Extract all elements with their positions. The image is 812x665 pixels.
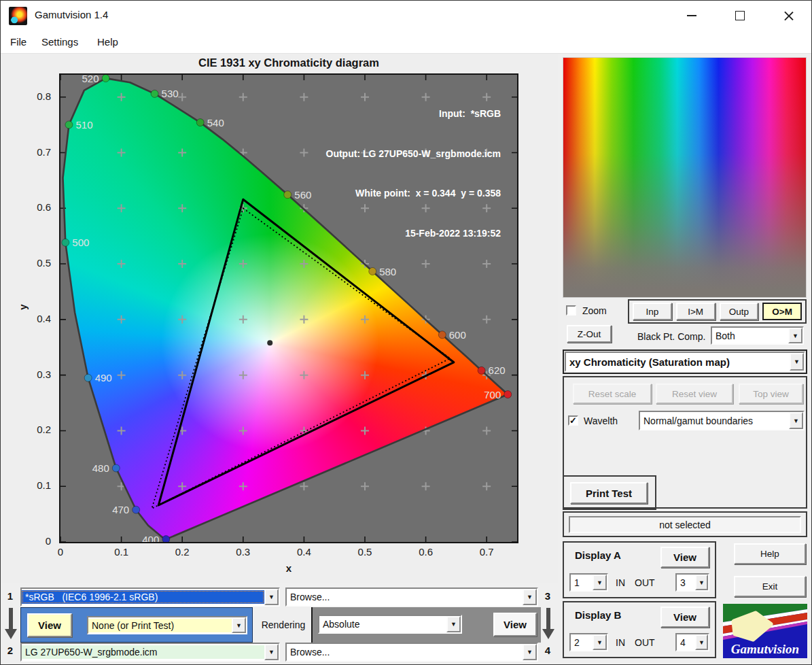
rendering-label: Rendering: [257, 619, 310, 630]
dropdown-arrow-icon[interactable]: ▼: [523, 589, 537, 605]
menu-file[interactable]: File: [7, 35, 29, 49]
minimize-button[interactable]: [680, 6, 703, 25]
exit-button[interactable]: Exit: [734, 576, 806, 597]
view-mode-frame: xy Chromaticity (Saturation map) ▼: [563, 349, 807, 374]
display-b-in-value: 2: [571, 636, 593, 649]
menubar: File Settings Help: [1, 31, 811, 54]
outp-button[interactable]: Outp: [720, 303, 759, 320]
browse-top-select[interactable]: Browse... ▼: [285, 587, 538, 607]
view-output-button[interactable]: View: [493, 613, 537, 636]
dropdown-arrow-icon[interactable]: ▼: [264, 589, 279, 605]
print-test-select-value: None (or Print Test): [88, 619, 232, 632]
dropdown-arrow-icon[interactable]: ▼: [695, 634, 708, 650]
display-a-in-select[interactable]: 1 ▼: [569, 573, 608, 592]
zoom-checkbox-label: Zoom: [582, 305, 607, 316]
o-to-m-button[interactable]: O>M: [762, 303, 802, 320]
rendering-intent-select[interactable]: Absolute ▼: [318, 615, 462, 634]
display-a-title: Display A: [575, 549, 621, 561]
down-arrow-icon: [5, 608, 17, 639]
menu-settings[interactable]: Settings: [39, 35, 81, 49]
maximize-button[interactable]: [728, 6, 752, 25]
dropdown-arrow-icon[interactable]: ▼: [790, 353, 804, 371]
svg-text:490: 490: [95, 372, 112, 383]
display-a-group: Display A View 1 ▼ IN OUT 3 ▼: [563, 541, 716, 598]
output-profile-select[interactable]: LG 27UP650-W_srgbmode.icm ▼: [20, 643, 280, 662]
browse-bottom-value: Browse...: [287, 645, 523, 659]
wavelth-checkbox-label: Wavelth: [584, 415, 618, 426]
y-tick-label: 0: [6, 535, 51, 547]
view-mode-value: xy Chromaticity (Saturation map): [566, 355, 790, 369]
browse-bottom-select[interactable]: Browse... ▼: [285, 643, 538, 662]
saturation-map-image: [563, 57, 807, 298]
display-b-title: Display B: [575, 609, 621, 621]
titlebar: Gamutvision 1.4: [1, 1, 811, 31]
dropdown-arrow-icon[interactable]: ▼: [523, 644, 537, 660]
display-b-in-label: IN: [616, 637, 625, 648]
dropdown-arrow-icon[interactable]: ▼: [593, 575, 607, 590]
x-axis-label: x: [60, 562, 517, 574]
logo-text: Gamutvision: [731, 642, 799, 656]
chart-title: CIE 1931 xy Chromaticity diagram: [60, 56, 517, 69]
dropdown-arrow-icon[interactable]: ▼: [788, 328, 802, 343]
menu-help[interactable]: Help: [94, 35, 121, 49]
y-tick-label: 0.6: [6, 201, 51, 213]
close-button[interactable]: [777, 6, 800, 25]
app-window: Gamutvision 1.4 File Settings Help CIE 1…: [0, 0, 812, 665]
print-test-button[interactable]: Print Test: [570, 482, 648, 504]
dropdown-arrow-icon[interactable]: ▼: [695, 575, 708, 590]
input-profile-value: *sRGB (IEC6 1996-2.1 sRGB): [22, 590, 264, 604]
wavelth-checkbox[interactable]: ✓: [568, 415, 578, 426]
boundaries-value: Normal/gamut boundaries: [640, 414, 789, 428]
reset-view-button[interactable]: Reset view: [656, 383, 733, 404]
display-b-out-value: 4: [677, 636, 695, 649]
svg-text:700: 700: [484, 389, 501, 400]
display-b-view-button[interactable]: View: [660, 607, 709, 628]
print-test-frame: Print Test: [563, 475, 656, 510]
black-pt-comp-select[interactable]: Both ▼: [711, 326, 804, 345]
dropdown-arrow-icon[interactable]: ▼: [232, 617, 246, 633]
display-a-out-select[interactable]: 3 ▼: [675, 573, 709, 592]
reset-scale-button[interactable]: Reset scale: [573, 383, 652, 404]
display-a-view-button[interactable]: View: [660, 547, 709, 568]
display-b-in-select[interactable]: 2 ▼: [569, 633, 608, 651]
i-to-m-button[interactable]: I>M: [676, 303, 716, 320]
plot-annotations: Input: *sRGB Output: LG 27UP650-W_srgbmo…: [205, 81, 501, 267]
view-input-button[interactable]: View: [27, 613, 72, 637]
browse-top-value: Browse...: [287, 590, 523, 604]
display-b-out-select[interactable]: 4 ▼: [675, 633, 709, 651]
z-out-button[interactable]: Z-Out: [567, 325, 612, 343]
window-title: Gamutvision 1.4: [35, 9, 108, 20]
display-a-in-value: 1: [571, 576, 593, 590]
dropdown-arrow-icon[interactable]: ▼: [789, 412, 803, 429]
dropdown-arrow-icon[interactable]: ▼: [593, 634, 607, 650]
svg-text:600: 600: [449, 329, 466, 341]
status-field: not selected: [569, 516, 801, 533]
print-test-select[interactable]: None (or Print Test) ▼: [87, 616, 247, 634]
svg-text:480: 480: [92, 462, 109, 474]
boundaries-select[interactable]: Normal/gamut boundaries ▼: [639, 411, 805, 430]
x-tick-label: 0.5: [350, 546, 380, 558]
annotation-white-point: White point: x = 0.344 y = 0.358: [205, 187, 501, 201]
y-tick-label: 0.8: [6, 90, 51, 102]
dropdown-arrow-icon[interactable]: ▼: [264, 644, 279, 660]
svg-text:500: 500: [72, 237, 89, 248]
minimize-icon: [687, 15, 696, 16]
svg-text:620: 620: [489, 364, 506, 376]
status-frame: not selected: [563, 511, 807, 537]
view-mode-select[interactable]: xy Chromaticity (Saturation map) ▼: [565, 352, 805, 372]
slot-2-number: 2: [4, 645, 16, 656]
annotation-timestamp: 15-Feb-2022 13:19:52: [205, 227, 501, 241]
close-icon: [783, 10, 794, 22]
annotation-input: Input: *sRGB: [205, 107, 501, 121]
down-arrow-icon: [542, 608, 554, 639]
help-button[interactable]: Help: [734, 543, 806, 564]
y-axis-ticks: 00.10.20.30.40.50.60.70.8: [6, 75, 55, 542]
display-b-out-label: OUT: [635, 637, 655, 648]
inp-button[interactable]: Inp: [633, 303, 672, 320]
zoom-checkbox[interactable]: [566, 305, 576, 316]
svg-text:520: 520: [82, 75, 99, 84]
dropdown-arrow-icon[interactable]: ▼: [446, 616, 461, 632]
input-profile-select[interactable]: *sRGB (IEC6 1996-2.1 sRGB) ▼: [20, 587, 280, 607]
top-view-button[interactable]: Top view: [739, 383, 803, 404]
gamutvision-logo: Gamutvision: [723, 604, 807, 658]
